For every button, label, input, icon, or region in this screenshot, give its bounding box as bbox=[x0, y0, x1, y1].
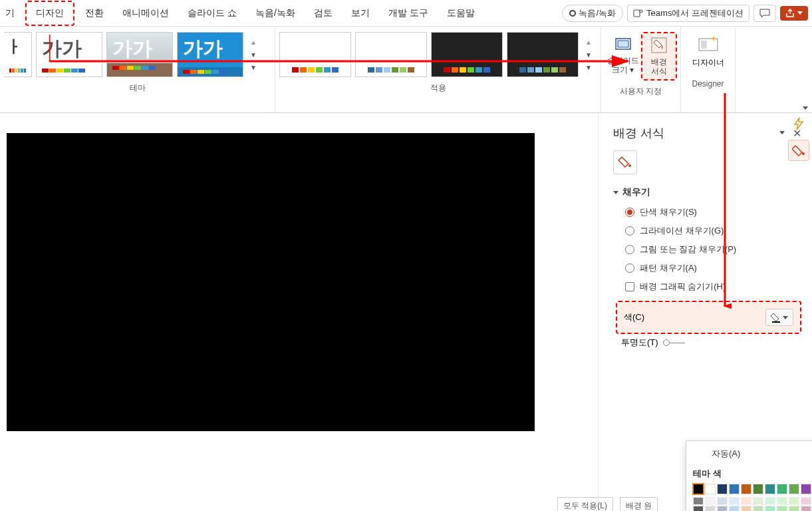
color-swatch[interactable] bbox=[729, 497, 740, 505]
color-swatch[interactable] bbox=[741, 497, 751, 505]
svg-rect-6 bbox=[701, 41, 707, 49]
color-swatch[interactable] bbox=[765, 506, 775, 511]
color-swatch[interactable] bbox=[753, 484, 763, 494]
solid-fill-radio[interactable] bbox=[625, 208, 634, 217]
variant-thumb-3[interactable] bbox=[431, 32, 503, 77]
color-swatch[interactable] bbox=[789, 506, 799, 511]
customize-group-label: 사용자 지정 bbox=[620, 83, 662, 101]
color-swatch[interactable] bbox=[801, 506, 811, 511]
variant-thumb-1[interactable] bbox=[279, 32, 351, 77]
tab-design[interactable]: 디자인 bbox=[25, 1, 74, 26]
tab-draw-cut[interactable]: 기 bbox=[4, 2, 24, 25]
tab-transitions[interactable]: 전환 bbox=[76, 2, 113, 25]
color-swatch[interactable] bbox=[741, 484, 751, 494]
record-label: 녹음/녹화 bbox=[579, 7, 616, 19]
fill-section-header[interactable]: 채우기 bbox=[613, 186, 801, 198]
reset-background-button[interactable]: 배경 원 bbox=[620, 497, 658, 511]
designer-side-button[interactable] bbox=[788, 113, 809, 134]
svg-rect-3 bbox=[618, 41, 628, 47]
variant-thumb-2[interactable] bbox=[355, 32, 427, 77]
tab-review[interactable]: 검토 bbox=[305, 2, 342, 25]
tab-developer[interactable]: 개발 도구 bbox=[379, 2, 438, 25]
auto-color-option[interactable]: 자동(A) bbox=[693, 446, 811, 464]
variant-thumb-4[interactable] bbox=[507, 32, 579, 77]
picture-fill-radio[interactable] bbox=[625, 245, 634, 254]
comments-button[interactable] bbox=[753, 5, 776, 22]
tab-help[interactable]: 도움말 bbox=[438, 2, 484, 25]
fill-tab-icon[interactable] bbox=[613, 150, 637, 174]
format-background-label: 배경 서식 bbox=[651, 57, 667, 77]
color-swatch[interactable] bbox=[789, 497, 799, 505]
color-row: 색(C) bbox=[616, 301, 801, 334]
tab-animations[interactable]: 애니메이션 bbox=[113, 2, 178, 25]
tab-record[interactable]: 녹음/녹화 bbox=[246, 2, 305, 25]
color-swatch[interactable] bbox=[777, 497, 787, 505]
tab-view[interactable]: 보기 bbox=[342, 2, 379, 25]
variants-group-label: 적용 bbox=[275, 80, 601, 98]
pane-options-button[interactable] bbox=[779, 131, 785, 134]
pattern-fill-radio[interactable] bbox=[625, 263, 634, 273]
chevron-down-icon bbox=[797, 11, 803, 15]
picture-fill-option[interactable]: 그림 또는 질감 채우기(P) bbox=[625, 244, 801, 256]
theme-thumb-3[interactable]: 가가 bbox=[177, 32, 243, 77]
picture-fill-label: 그림 또는 질감 채우기(P) bbox=[640, 244, 736, 256]
color-swatch[interactable] bbox=[789, 484, 799, 494]
solid-fill-option[interactable]: 단색 채우기(S) bbox=[625, 206, 801, 218]
color-swatch[interactable] bbox=[717, 484, 728, 494]
color-swatch[interactable] bbox=[741, 506, 751, 511]
color-swatch[interactable] bbox=[693, 506, 704, 511]
color-swatch[interactable] bbox=[753, 506, 763, 511]
color-swatch[interactable] bbox=[717, 497, 728, 505]
comment-icon bbox=[759, 9, 770, 18]
color-swatch[interactable] bbox=[705, 506, 716, 511]
color-swatch[interactable] bbox=[777, 484, 787, 494]
slide-size-icon bbox=[614, 35, 632, 53]
apply-all-button[interactable]: 모두 적용(L) bbox=[557, 497, 613, 511]
color-picker-button[interactable] bbox=[765, 309, 793, 326]
color-swatch[interactable] bbox=[705, 484, 716, 494]
color-swatch[interactable] bbox=[693, 484, 704, 494]
share-button[interactable] bbox=[780, 6, 808, 21]
format-background-icon bbox=[650, 36, 668, 55]
main-area: 배경 서식 ✕ 채우기 단색 채우기(S) 그라데이션 채우기(G) 그림 또는… bbox=[0, 113, 812, 511]
hide-bg-graphics-option[interactable]: 배경 그래픽 숨기기(H) bbox=[625, 281, 801, 293]
color-swatch[interactable] bbox=[729, 506, 740, 511]
teams-present-button[interactable]: Teams에서 프레젠테이션 bbox=[627, 5, 749, 22]
color-swatch[interactable] bbox=[801, 497, 811, 505]
hide-bg-checkbox[interactable] bbox=[625, 282, 634, 291]
theme-thumb-1[interactable]: 가가 bbox=[36, 32, 102, 77]
color-swatch[interactable] bbox=[693, 497, 704, 505]
color-swatch[interactable] bbox=[753, 497, 763, 505]
format-background-button[interactable]: 배경 서식 bbox=[641, 32, 677, 81]
color-swatch[interactable] bbox=[765, 484, 775, 494]
designer-button[interactable]: 디자이너 bbox=[690, 27, 727, 77]
pane-title: 배경 서식 bbox=[613, 125, 779, 141]
slide[interactable] bbox=[7, 133, 535, 431]
designer-group: 디자이너 Designer bbox=[681, 27, 736, 112]
variants-group: ▲ ▼ ▼ 적용 bbox=[275, 27, 601, 112]
color-label: 색(C) bbox=[624, 311, 644, 323]
ribbon-collapse-button[interactable] bbox=[803, 106, 808, 110]
pattern-fill-option[interactable]: 패턴 채우기(A) bbox=[625, 262, 801, 274]
tab-slideshow[interactable]: 슬라이드 쇼 bbox=[178, 2, 246, 25]
transparency-slider[interactable] bbox=[665, 343, 685, 343]
svg-point-7 bbox=[628, 164, 631, 167]
color-swatch[interactable] bbox=[801, 484, 811, 494]
slide-canvas-area bbox=[0, 113, 598, 511]
svg-point-1 bbox=[640, 10, 642, 13]
color-swatch[interactable] bbox=[765, 497, 775, 505]
solid-fill-label: 단색 채우기(S) bbox=[640, 206, 697, 218]
theme-thumb-2[interactable]: 가가 bbox=[106, 32, 173, 77]
color-swatch[interactable] bbox=[777, 506, 787, 511]
teams-icon bbox=[633, 8, 644, 19]
color-swatch[interactable] bbox=[729, 484, 740, 494]
format-pane-side-button[interactable] bbox=[788, 140, 809, 161]
color-swatch[interactable] bbox=[705, 497, 716, 505]
gradient-fill-radio[interactable] bbox=[625, 226, 634, 236]
theme-color-row bbox=[693, 484, 811, 494]
gradient-fill-option[interactable]: 그라데이션 채우기(G) bbox=[625, 225, 801, 237]
slide-size-button[interactable]: 슬라이드 크기 ▾ bbox=[605, 32, 641, 81]
theme-thumb-0[interactable]: ㅏ bbox=[4, 32, 32, 77]
record-button[interactable]: 녹음/녹화 bbox=[562, 5, 623, 22]
color-swatch[interactable] bbox=[717, 506, 728, 511]
